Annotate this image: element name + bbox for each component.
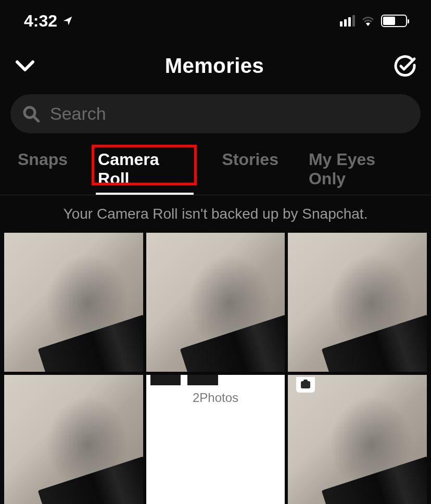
signal-icon	[340, 15, 355, 27]
status-right	[340, 15, 407, 27]
photo-grid: 2Photos	[0, 233, 431, 504]
photo-thumbnail[interactable]	[4, 375, 143, 504]
status-left: 4:32	[24, 11, 73, 31]
search-input[interactable]	[50, 104, 408, 124]
header: Memories	[0, 42, 431, 90]
photo-thumbnail[interactable]	[288, 375, 427, 504]
photo-thumbnail[interactable]	[288, 233, 427, 372]
select-icon[interactable]	[394, 55, 416, 78]
search-bar[interactable]	[10, 94, 421, 133]
tabs: Snaps Camera Roll Stories My Eyes Only	[0, 144, 431, 195]
tab-snaps[interactable]: Snaps	[16, 144, 70, 195]
photo-thumbnail[interactable]	[146, 233, 285, 372]
page-title: Memories	[165, 54, 264, 78]
search-icon	[23, 106, 40, 122]
svg-line-1	[34, 117, 39, 121]
battery-icon	[381, 15, 407, 27]
wifi-icon	[361, 16, 375, 26]
photo-thumbnail[interactable]	[4, 233, 143, 372]
camera-badge-icon	[296, 377, 315, 393]
status-time: 4:32	[24, 11, 57, 31]
thumb-label: 2Photos	[193, 390, 238, 405]
tab-stories[interactable]: Stories	[220, 144, 280, 195]
chevron-down-icon[interactable]	[15, 59, 35, 73]
status-bar: 4:32	[0, 0, 431, 42]
location-icon	[62, 16, 73, 26]
photo-thumbnail[interactable]: 2Photos	[146, 375, 285, 504]
backup-notice: Your Camera Roll isn't backed up by Snap…	[0, 195, 431, 233]
tab-camera-roll[interactable]: Camera Roll	[96, 144, 194, 195]
tab-my-eyes-only[interactable]: My Eyes Only	[307, 144, 415, 195]
